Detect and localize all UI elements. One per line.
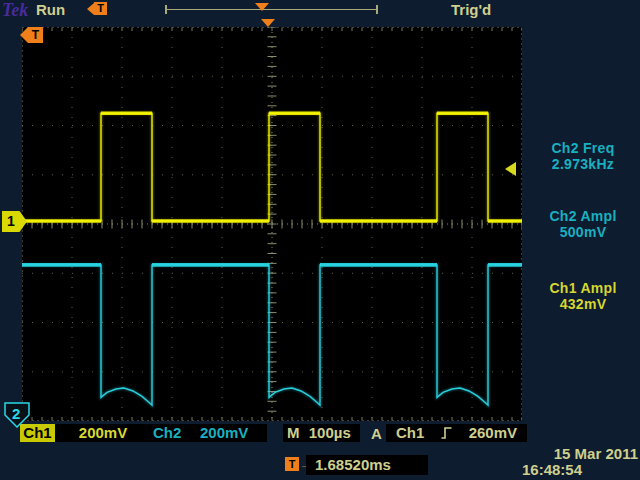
- waveform-graticule: [22, 27, 522, 421]
- trigger-source: Ch1: [396, 424, 424, 442]
- trigger-position-offscreen-icon: T: [87, 2, 107, 15]
- left-arrow-icon: [20, 27, 28, 43]
- record-length-line: [165, 9, 378, 10]
- datetime-readout: 15 Mar 2011 16:48:54: [522, 446, 638, 477]
- trigger-time-offscreen-marker: T: [20, 27, 43, 43]
- ch2-ground-marker: 2: [4, 402, 30, 428]
- measurement-label: Ch1 Ampl: [528, 280, 638, 296]
- measurement-ch2-ampl: Ch2 Ampl 500mV: [528, 208, 638, 240]
- ch2-channel-label: Ch2: [153, 424, 181, 442]
- trigger-mode-label: A: [371, 425, 382, 442]
- rising-slope-icon: [441, 426, 452, 440]
- record-start-bracket: [165, 5, 167, 14]
- timebase-label: M: [287, 424, 300, 442]
- measurement-value: 432mV: [528, 296, 638, 312]
- measurement-ch2-freq: Ch2 Freq 2.973kHz: [528, 140, 638, 172]
- horizontal-position-marker-icon: [261, 19, 275, 27]
- record-view-bar: [165, 3, 378, 15]
- trigger-t-icon: T: [285, 457, 299, 471]
- ch2-scale-readout: Ch2 200mV: [151, 424, 267, 442]
- ch2-scale-value: 200mV: [181, 424, 267, 442]
- date-readout: 15 Mar 2011: [522, 446, 638, 461]
- ch1-scale-readout: 200mV: [55, 424, 151, 442]
- trigger-level-value: 260mV: [469, 424, 517, 442]
- window-position-icon: [255, 3, 269, 11]
- ch2-marker-label: 2: [12, 405, 20, 422]
- trigger-status: Trig'd: [451, 1, 491, 18]
- trigger-t-icon: T: [94, 2, 107, 15]
- time-readout: 16:48:54: [522, 462, 638, 477]
- acquisition-status: Run: [36, 1, 65, 18]
- horizontal-delay-readout: 1.68520ms: [306, 455, 428, 475]
- measurement-value: 2.973kHz: [528, 156, 638, 172]
- record-end-bracket: [376, 5, 378, 14]
- measurement-value: 500mV: [528, 224, 638, 240]
- measurement-ch1-ampl: Ch1 Ampl 432mV: [528, 280, 638, 312]
- trigger-t-icon: T: [28, 27, 43, 43]
- tek-logo: Tek: [2, 0, 28, 21]
- measurement-label: Ch2 Freq: [528, 140, 638, 156]
- timebase-readout: M 100µs: [283, 424, 360, 442]
- oscilloscope-screen: Tek Run T Trig'd T 1 2 Ch2 Freq 2.973kHz…: [0, 0, 640, 480]
- measurement-label: Ch2 Ampl: [528, 208, 638, 224]
- trigger-level-marker-icon: [505, 162, 516, 176]
- trigger-readout: Ch1 260mV: [386, 424, 527, 442]
- timebase-value: 100µs: [300, 424, 361, 442]
- left-arrow-icon: [87, 3, 94, 15]
